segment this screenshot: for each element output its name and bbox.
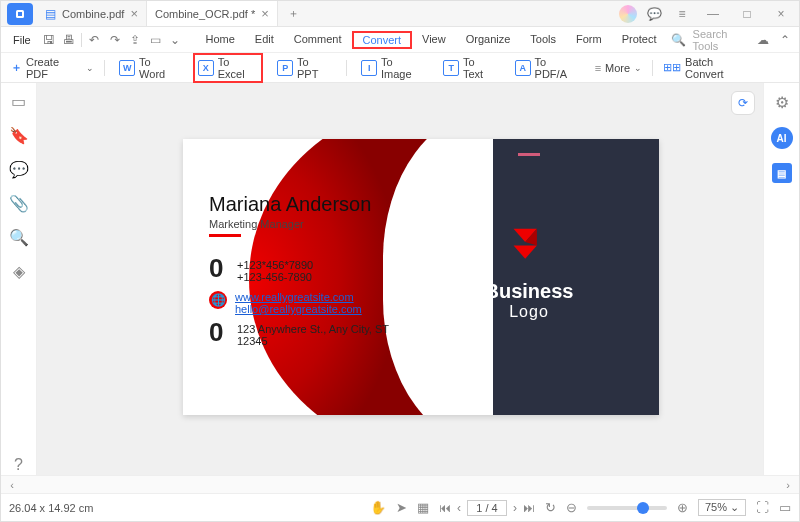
create-pdf-label: Create PDF	[26, 56, 82, 80]
convert-toolbar: ＋ Create PDF ⌄ W To Word X To Excel P To…	[1, 53, 799, 83]
to-text-button[interactable]: T To Text	[439, 54, 501, 82]
last-page-icon[interactable]: ⏭	[523, 501, 535, 515]
card-left-panel: Mariana Anderson Marketing Manager 0 +12…	[183, 139, 435, 415]
batch-convert-button[interactable]: ⊞⊞ Batch Convert	[663, 56, 753, 80]
tab-combine-ocr[interactable]: Combine_OCR.pdf * ×	[147, 1, 278, 26]
to-pdfa-button[interactable]: A To PDF/A	[511, 54, 585, 82]
web-row: 🌐 www.reallygreatsite.com hello@reallygr…	[209, 289, 435, 315]
menu-view[interactable]: View	[412, 31, 456, 49]
first-page-icon[interactable]: ⏮	[439, 501, 451, 515]
attachments-icon[interactable]: 📎	[9, 193, 29, 213]
menu-icon[interactable]: ≡	[671, 4, 693, 24]
scroll-right-icon[interactable]: ›	[777, 479, 799, 491]
read-mode-icon[interactable]: ▭	[779, 500, 791, 515]
minimize-button[interactable]: —	[699, 4, 727, 24]
menu-protect[interactable]: Protect	[612, 31, 667, 49]
logo-text-2: Logo	[485, 303, 574, 321]
comments-icon[interactable]: 💬	[9, 159, 29, 179]
prev-page-icon[interactable]: ‹	[457, 501, 461, 515]
zoom-out-icon[interactable]: ⊖	[566, 500, 577, 515]
menu-comment[interactable]: Comment	[284, 31, 352, 49]
theme-icon[interactable]	[619, 5, 637, 23]
menu-organize[interactable]: Organize	[456, 31, 521, 49]
zoom-value[interactable]: 75% ⌄	[698, 499, 746, 516]
decorative-bar	[518, 153, 540, 156]
website-link[interactable]: www.reallygreatsite.com	[235, 291, 362, 303]
undo-icon[interactable]: ↶	[86, 31, 102, 49]
more-button[interactable]: ≡ More ⌄	[595, 62, 642, 74]
floating-tool-icon[interactable]: ⟳	[731, 91, 755, 115]
bookmarks-icon[interactable]: 🔖	[9, 125, 29, 145]
fit-mode-icon[interactable]: ▦	[417, 500, 429, 515]
to-excel-label: To Excel	[218, 56, 259, 80]
address-1: 123 Anywhere St., Any City, ST	[237, 323, 389, 335]
app-logo-icon	[7, 3, 33, 25]
close-icon[interactable]: ×	[130, 6, 138, 21]
to-word-button[interactable]: W To Word	[115, 54, 183, 82]
cloud-icon[interactable]: ☁	[755, 31, 771, 49]
ai-badge[interactable]: AI	[771, 127, 793, 149]
page-input[interactable]: 1 / 4	[467, 500, 507, 516]
rotate-icon[interactable]: ↻	[545, 500, 556, 515]
phone-row: 0 +123*456*7890 +123-456-7890	[209, 257, 435, 283]
tab-label: Combine_OCR.pdf *	[155, 8, 255, 20]
save-icon[interactable]: 🖫	[41, 31, 57, 49]
search-icon[interactable]: 🔍	[9, 227, 29, 247]
menu-tools[interactable]: Tools	[520, 31, 566, 49]
chat-icon[interactable]: 💬	[643, 4, 665, 24]
zoom-in-icon[interactable]: ⊕	[677, 500, 688, 515]
fullscreen-icon[interactable]: ⛶	[756, 500, 769, 515]
close-window-button[interactable]: ×	[767, 4, 795, 24]
print-icon[interactable]: 🖶	[61, 31, 77, 49]
zoom-slider[interactable]	[587, 506, 667, 510]
svg-marker-3	[514, 245, 537, 258]
zero-glyph: 0	[209, 257, 229, 279]
thumbnails-icon[interactable]: ▭	[9, 91, 29, 111]
collapse-icon[interactable]: ⌃	[777, 31, 793, 49]
chevron-down-icon[interactable]: ⌄	[167, 31, 183, 49]
menu-home[interactable]: Home	[196, 31, 245, 49]
app-badge-icon[interactable]: ▤	[772, 163, 792, 183]
layers-icon[interactable]: ◈	[9, 261, 29, 281]
scroll-left-icon[interactable]: ‹	[1, 479, 23, 491]
menu-convert[interactable]: Convert	[352, 31, 413, 49]
to-ppt-button[interactable]: P To PPT	[273, 54, 336, 82]
address-2: 12345	[237, 335, 389, 347]
left-rail: ▭ 🔖 💬 📎 🔍 ◈ ?	[1, 83, 37, 475]
file-icon: ▤	[45, 7, 56, 21]
horizontal-scrollbar[interactable]: ‹ ›	[1, 475, 799, 493]
batch-label: Batch Convert	[685, 56, 753, 80]
email-icon[interactable]: ▭	[147, 31, 163, 49]
new-tab-button[interactable]: ＋	[278, 1, 309, 26]
menu-edit[interactable]: Edit	[245, 31, 284, 49]
close-icon[interactable]: ×	[261, 6, 269, 21]
email-link[interactable]: hello@reallygreatsite.com	[235, 303, 362, 315]
maximize-button[interactable]: □	[733, 4, 761, 24]
menu-form[interactable]: Form	[566, 31, 612, 49]
titlebar: ▤ Combine.pdf × Combine_OCR.pdf * × ＋ 💬 …	[1, 1, 799, 27]
statusbar: 26.04 x 14.92 cm ✋ ➤ ▦ ⏮ ‹ 1 / 4 › ⏭ ↻ ⊖…	[1, 493, 799, 521]
next-page-icon[interactable]: ›	[513, 501, 517, 515]
select-tool-icon[interactable]: ➤	[396, 500, 407, 515]
create-pdf-button[interactable]: ＋ Create PDF ⌄	[11, 56, 94, 80]
to-excel-button[interactable]: X To Excel	[193, 53, 263, 83]
file-menu[interactable]: File	[7, 34, 37, 46]
help-icon[interactable]: ?	[9, 455, 29, 475]
pdfa-icon: A	[515, 60, 531, 76]
document-canvas[interactable]: ⟳ Business Logo	[37, 83, 763, 475]
to-word-label: To Word	[139, 56, 179, 80]
globe-icon: 🌐	[209, 291, 227, 309]
plus-icon: ＋	[11, 60, 22, 75]
redo-icon[interactable]: ↷	[106, 31, 122, 49]
right-rail: ⚙ AI ▤	[763, 83, 799, 475]
ppt-icon: P	[277, 60, 293, 76]
hand-tool-icon[interactable]: ✋	[370, 500, 386, 515]
search-tools-input[interactable]: Search Tools	[693, 28, 749, 52]
settings-slider-icon[interactable]: ⚙	[771, 91, 793, 113]
share-icon[interactable]: ⇪	[127, 31, 143, 49]
page-dimensions: 26.04 x 14.92 cm	[9, 502, 93, 514]
tab-combine[interactable]: ▤ Combine.pdf ×	[37, 1, 147, 26]
to-image-button[interactable]: I To Image	[357, 54, 429, 82]
main-area: ▭ 🔖 💬 📎 🔍 ◈ ? ⟳	[1, 83, 799, 475]
logo-icon	[504, 220, 554, 270]
